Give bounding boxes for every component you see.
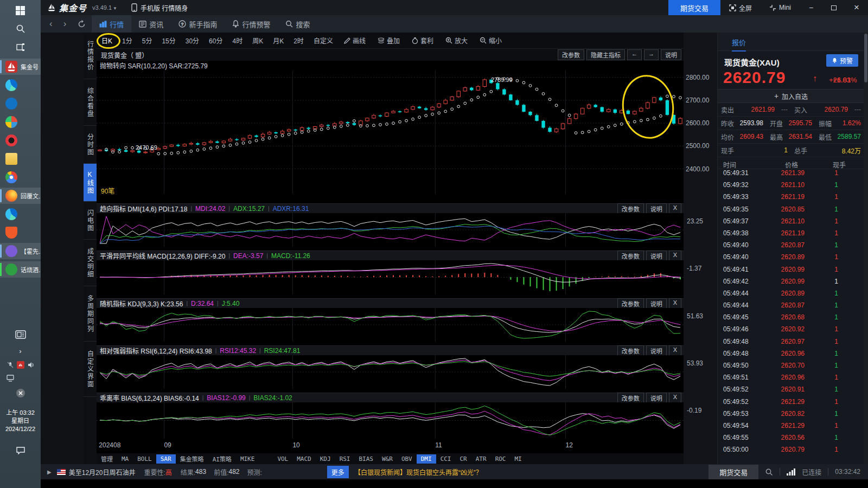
news-headline[interactable]: 【白银现货新闻】现货白银空头再露“凶光”？ <box>354 467 482 477</box>
taskbar-app-folder[interactable] <box>0 151 41 167</box>
indicator-tab-CR[interactable]: CR <box>456 454 471 464</box>
indicator-tab-CCI[interactable]: CCI <box>436 454 456 464</box>
refresh-icon[interactable] <box>77 20 86 29</box>
speaker-icon[interactable] <box>27 361 35 369</box>
chart-control-改参数[interactable]: 改参数 <box>558 49 584 60</box>
help-button-kdj[interactable]: 说明 <box>646 298 667 309</box>
param-button-bias[interactable]: 改参数 <box>617 393 644 403</box>
indicator-tab-OBV[interactable]: OBV <box>397 454 417 464</box>
tick-row[interactable]: 05:49:322621.101 <box>718 181 864 193</box>
nav-item-新手指南[interactable]: ?新手指南 <box>171 15 225 33</box>
indicator-tab-DMI[interactable]: DMI <box>417 454 436 464</box>
indicator-tab-AI策略[interactable]: AI策略 <box>208 453 236 464</box>
period-周K[interactable]: 周K <box>247 36 268 45</box>
nav-item-搜索[interactable]: 搜索 <box>278 15 317 33</box>
news-item-text[interactable]: 美至12月20日周石油井 <box>69 467 136 477</box>
param-button-macd[interactable]: 改参数 <box>617 251 644 261</box>
indicator-tab-ROC[interactable]: ROC <box>491 454 510 464</box>
ticks-table[interactable]: 05:49:312621.39105:49:322621.10105:49:33… <box>718 169 864 458</box>
chart-control-←[interactable]: ← <box>627 49 642 60</box>
help-button-bias[interactable]: 说明 <box>646 393 667 403</box>
network-display-icon[interactable] <box>0 372 41 385</box>
tick-row[interactable]: 05:49:482620.961 <box>718 350 864 362</box>
indicator-tab-管理[interactable]: 管理 <box>97 453 117 464</box>
minimize-button[interactable]: − <box>800 0 822 15</box>
tool-叠加[interactable]: 叠加 <box>372 36 406 45</box>
taskbar-app-mail[interactable] <box>0 95 41 112</box>
nav-item-行情预警[interactable]: 行情预警 <box>225 15 278 33</box>
tick-row[interactable]: 05:49:312621.391 <box>718 169 864 181</box>
tick-row[interactable]: 05:49:462620.921 <box>718 325 864 337</box>
fullscreen-button[interactable]: 全屏 <box>720 3 761 12</box>
taskbar-app-firefox[interactable]: 回覆文... <box>0 188 41 204</box>
taskbar-app-edge-round[interactable] <box>0 206 41 222</box>
taskbar-search-button[interactable] <box>0 20 41 38</box>
tick-row[interactable]: 05:49:422620.991 <box>718 278 864 290</box>
tick-row[interactable]: 05:49:502620.701 <box>718 362 864 374</box>
indicator-tab-BOLL[interactable]: BOLL <box>133 454 156 464</box>
statusbar-search-icon[interactable] <box>765 468 773 476</box>
mobile-version-link[interactable]: 手机版 行情随身 <box>141 3 188 12</box>
view-tab-行情报价[interactable]: 行情报价 <box>84 33 97 79</box>
indicator-plot-rsi[interactable] <box>97 355 684 389</box>
mini-mode-button[interactable]: Mini <box>761 4 800 11</box>
close-panel-button-kdj[interactable]: X <box>669 298 681 309</box>
close-button[interactable]: × <box>845 0 868 15</box>
futures-trade-button[interactable]: 期货交易 <box>668 0 720 15</box>
help-button-dmi[interactable]: 说明 <box>646 203 667 214</box>
mic-muted-icon[interactable] <box>7 361 14 369</box>
param-button-kdj[interactable]: 改参数 <box>617 298 644 309</box>
task-view-button[interactable] <box>0 38 41 56</box>
view-tab-自定义界面[interactable]: 自定义界面 <box>84 342 97 397</box>
param-button-rsi[interactable]: 改参数 <box>617 345 644 356</box>
help-button-macd[interactable]: 说明 <box>646 251 667 261</box>
widgets-button[interactable] <box>0 325 41 344</box>
chart-control-隐藏主指标[interactable]: 隐藏主指标 <box>586 49 625 60</box>
nav-item-资讯[interactable]: 资讯 <box>131 15 171 33</box>
tick-row[interactable]: 05:49:512620.961 <box>718 374 864 386</box>
tick-row[interactable]: 05:49:532620.821 <box>718 410 864 422</box>
tool-放大[interactable]: 放大 <box>439 36 474 45</box>
indicator-tab-MA[interactable]: MA <box>117 454 133 464</box>
tick-row[interactable]: 05:49:542621.291 <box>718 422 864 434</box>
chart-control-→[interactable]: → <box>644 49 659 60</box>
tick-row[interactable]: 05:49:352620.851 <box>718 206 864 217</box>
indicator-tab-MACD[interactable]: MACD <box>292 454 316 464</box>
notification-center-button[interactable] <box>0 441 41 459</box>
tool-缩小[interactable]: 缩小 <box>474 36 508 45</box>
taskbar-app-paint[interactable] <box>0 114 41 130</box>
tray-expand-chevron[interactable]: › <box>0 344 41 358</box>
indicator-tab-MI[interactable]: MI <box>510 454 526 464</box>
taskbar-app-brave[interactable] <box>0 224 41 241</box>
period-5分[interactable]: 5分 <box>137 36 157 45</box>
tick-row[interactable]: 05:49:382621.191 <box>718 229 864 241</box>
candlestick-chart[interactable] <box>97 70 684 194</box>
taskbar-app-jijinhao[interactable]: 集金号 <box>0 59 41 75</box>
close-panel-button-bias[interactable]: X <box>669 393 681 403</box>
taskbar-app-opera[interactable] <box>0 132 41 149</box>
indicator-plot-bias[interactable] <box>97 402 684 439</box>
tool-画线[interactable]: 画线 <box>338 36 372 45</box>
period-4时[interactable]: 4时 <box>227 36 247 45</box>
period-15分[interactable]: 15分 <box>157 36 180 45</box>
help-button-rsi[interactable]: 说明 <box>646 345 667 356</box>
view-tab-K线图[interactable]: K线图 <box>84 164 97 202</box>
version-selector[interactable]: v3.49.1▼ <box>92 4 117 11</box>
taskbar-app-chrome[interactable] <box>0 169 41 185</box>
view-tab-综合看盘[interactable]: 综合看盘 <box>84 79 97 126</box>
tick-row[interactable]: 05:49:442620.891 <box>718 290 864 301</box>
news-play-icon[interactable]: ▶ <box>47 469 52 475</box>
tab-quote[interactable]: 报价 <box>732 37 746 52</box>
alert-button[interactable]: 预警 <box>826 54 858 67</box>
view-tab-多周期同列[interactable]: 多周期同列 <box>84 286 97 342</box>
start-button[interactable] <box>0 1 41 20</box>
period-自定义[interactable]: 自定义 <box>309 36 338 45</box>
period-60分[interactable]: 60分 <box>204 36 227 45</box>
param-button-dmi[interactable]: 改参数 <box>617 203 644 214</box>
tick-row[interactable]: 05:49:402620.871 <box>718 241 864 253</box>
jijinhao-tray-icon[interactable] <box>17 361 24 369</box>
taskbar-app-app-green[interactable]: 话烧酒... <box>0 261 41 278</box>
indicator-plot-dmi[interactable] <box>97 213 684 247</box>
add-watchlist-button[interactable]: + 加入自选 <box>718 89 864 103</box>
tick-row[interactable]: 05:49:452620.681 <box>718 313 864 325</box>
